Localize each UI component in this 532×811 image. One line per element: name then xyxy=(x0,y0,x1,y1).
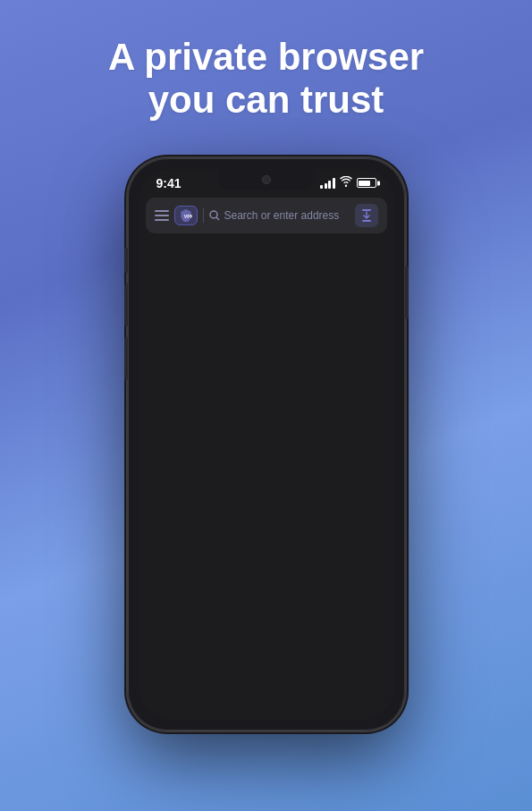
search-placeholder[interactable]: Search or enter address xyxy=(224,209,350,222)
vpn-badge[interactable]: VPN xyxy=(174,206,198,225)
headline-line1: A private browser xyxy=(108,36,424,78)
svg-point-1 xyxy=(210,211,217,218)
download-icon xyxy=(361,209,372,222)
svg-line-2 xyxy=(216,217,219,220)
phone-mockup: 9:41 xyxy=(128,158,405,731)
camera-dot xyxy=(262,175,271,184)
svg-text:VPN: VPN xyxy=(183,213,191,218)
power-button xyxy=(405,266,409,319)
address-bar[interactable]: VPN Search or enter address xyxy=(146,198,387,233)
volume-up-button xyxy=(124,283,128,326)
headline: A private browser you can trust xyxy=(72,0,460,149)
wifi-icon xyxy=(340,176,352,190)
svg-rect-4 xyxy=(362,220,371,222)
signal-icon xyxy=(320,178,335,189)
volume-down-button xyxy=(124,337,128,380)
headline-line2: you can trust xyxy=(148,79,384,121)
status-icons xyxy=(320,176,376,190)
search-icon xyxy=(209,210,220,221)
battery-icon xyxy=(357,178,376,188)
search-area[interactable]: Search or enter address xyxy=(209,209,350,222)
search-divider xyxy=(203,208,204,223)
download-button[interactable] xyxy=(355,204,378,227)
notch xyxy=(217,169,316,190)
status-time: 9:41 xyxy=(156,176,182,190)
menu-button[interactable] xyxy=(155,210,169,221)
mute-button xyxy=(124,248,128,273)
svg-rect-3 xyxy=(362,209,371,211)
phone-screen: 9:41 xyxy=(139,169,394,720)
